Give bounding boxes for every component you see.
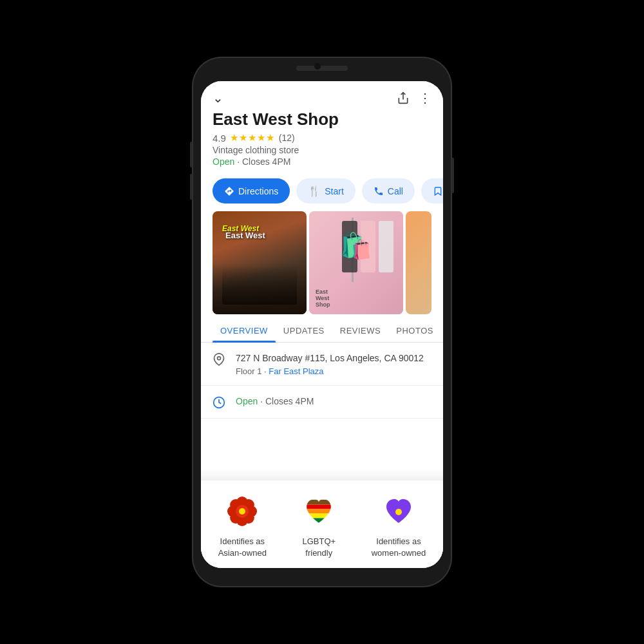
action-buttons-row: Directions 🍴 Start Call [201, 173, 443, 211]
open-label-hours: Open [236, 396, 258, 406]
lgbtq-icon [301, 493, 337, 529]
photo-partial[interactable] [406, 211, 431, 314]
tabs-row: OVERVIEW UPDATES REVIEWS PHOTOS [201, 319, 443, 343]
photos-strip[interactable]: East West EastWestShop [201, 211, 443, 314]
tab-photos[interactable]: PHOTOS [388, 319, 441, 342]
address-row: 727 N Broadway #115, Los Angeles, CA 900… [201, 343, 443, 386]
save-button[interactable]: Sa [421, 178, 443, 204]
place-category: Vintage clothing store [201, 145, 443, 156]
call-label: Call [388, 186, 403, 196]
rating-row: 4.9 ★★★★★ (12) [201, 132, 443, 145]
identity-card-women: Identifies aswomen-owned [372, 493, 426, 559]
photo-storefront[interactable]: East West [213, 211, 307, 314]
more-options-button[interactable]: ⋮ [419, 90, 431, 106]
svg-rect-13 [301, 494, 336, 500]
svg-rect-17 [301, 513, 336, 518]
lgbtq-label: LGBTQ+friendly [302, 536, 336, 559]
location-pin-icon [213, 353, 225, 366]
address-content: 727 N Broadway #115, Los Angeles, CA 900… [236, 352, 424, 376]
identity-card-lgbtq: LGBTQ+friendly [301, 493, 337, 559]
far-east-plaza-link[interactable]: Far East Plaza [269, 366, 323, 376]
photo-clothing[interactable]: EastWestShop [309, 211, 403, 314]
directions-icon [224, 186, 234, 196]
call-icon [374, 186, 384, 196]
start-icon: 🍴 [308, 185, 321, 197]
address-sub: Floor 1 · Far East Plaza [236, 366, 424, 376]
svg-rect-16 [301, 509, 336, 513]
directions-button[interactable]: Directions [213, 178, 290, 204]
hours-content: Open · Closes 4PM [236, 395, 314, 408]
maps-app: ⌄ ⋮ East West Shop 4.9 ★★★★ [201, 81, 443, 568]
svg-rect-20 [301, 527, 336, 529]
phone-mockup: ⌄ ⋮ East West Shop 4.9 ★★★★ [193, 58, 451, 586]
asian-owned-label: Identifies asAsian-owned [218, 536, 267, 559]
review-count: (12) [279, 133, 295, 143]
asian-owned-icon [224, 493, 260, 529]
clock-icon [213, 396, 225, 409]
info-section: 727 N Broadway #115, Los Angeles, CA 900… [201, 343, 443, 419]
back-button[interactable]: ⌄ [213, 90, 223, 106]
open-status: Open · Closes 4PM [201, 156, 443, 173]
start-label: Start [325, 186, 344, 196]
tab-overview[interactable]: OVERVIEW [213, 319, 276, 342]
tab-reviews[interactable]: REVIEWS [332, 319, 388, 342]
identity-card-asian: Identifies asAsian-owned [218, 493, 267, 559]
close-time: · Closes 4PM [237, 156, 290, 167]
address-main: 727 N Broadway #115, Los Angeles, CA 900… [236, 352, 424, 365]
women-owned-label: Identifies aswomen-owned [372, 536, 426, 559]
open-label: Open [213, 156, 234, 167]
place-title: East West Shop [201, 109, 443, 132]
top-bar-actions: ⋮ [397, 90, 431, 106]
identity-strip: Identifies asAsian-owned [201, 480, 443, 568]
top-bar: ⌄ ⋮ [201, 81, 443, 109]
start-button[interactable]: 🍴 Start [296, 178, 355, 204]
share-button[interactable] [397, 91, 410, 104]
rating-number: 4.9 [213, 133, 226, 144]
call-button[interactable]: Call [362, 178, 415, 204]
star-rating: ★★★★★ [230, 132, 275, 144]
save-icon [433, 186, 443, 196]
phone-screen: ⌄ ⋮ East West Shop 4.9 ★★★★ [201, 81, 443, 568]
power-button [451, 158, 454, 193]
women-owned-icon [381, 493, 417, 529]
volume-up-button [190, 142, 193, 167]
close-time-hours: · Closes 4PM [260, 396, 314, 406]
tab-updates[interactable]: UPDATES [276, 319, 332, 342]
svg-point-1 [218, 357, 221, 360]
svg-rect-18 [301, 518, 336, 522]
svg-rect-14 [301, 500, 336, 505]
volume-down-button [190, 174, 193, 200]
directions-label: Directions [238, 186, 278, 196]
svg-point-12 [239, 508, 245, 515]
svg-point-21 [395, 509, 402, 515]
hours-row: Open · Closes 4PM [201, 386, 443, 419]
